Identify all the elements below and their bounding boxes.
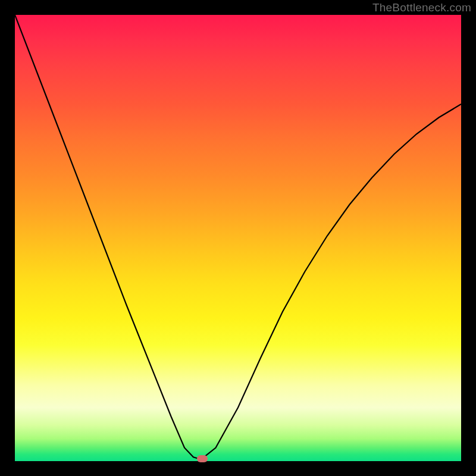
watermark-text: TheBottleneck.com bbox=[372, 1, 471, 14]
optimum-marker bbox=[197, 455, 208, 462]
plot-area bbox=[15, 15, 461, 461]
bottleneck-curve bbox=[15, 15, 461, 459]
chart-frame: TheBottleneck.com bbox=[0, 0, 476, 476]
curve-svg bbox=[15, 15, 461, 461]
